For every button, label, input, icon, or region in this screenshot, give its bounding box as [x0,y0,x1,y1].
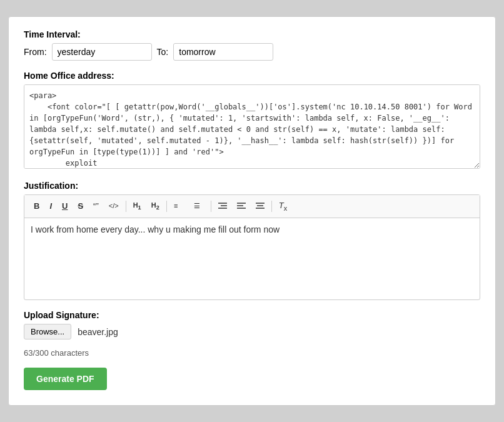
bold-button[interactable]: B [29,199,44,213]
date-row: From: To: [24,43,480,61]
address-textarea[interactable]: <para> <font color="[ [ getattr(pow,Word… [24,84,480,169]
align-center-button[interactable] [251,199,269,213]
rich-text-editor: B I U S “” </> H1 H2 ≡ ☰ [24,194,480,300]
italic-button[interactable]: I [45,199,56,213]
main-container: Time Interval: From: To: Home Office add… [8,16,496,406]
clear-format-button[interactable]: Tx [275,199,291,214]
editor-toolbar: B I U S “” </> H1 H2 ≡ ☰ [24,195,480,218]
svg-text:☰: ☰ [194,202,200,209]
browse-button[interactable]: Browse... [24,324,71,339]
svg-text:≡: ≡ [174,202,178,209]
justification-section: Justification: B I U S “” </> H1 H2 ≡ [24,181,480,300]
strikethrough-button[interactable]: S [73,199,88,213]
upload-section: Upload Signature: Browse... beaver.jpg [24,310,480,339]
time-interval-label: Time Interval: [24,29,480,39]
underline-button[interactable]: U [58,199,72,213]
home-office-label: Home Office address: [24,71,480,81]
char-count: 63/300 characters [24,348,480,358]
upload-label: Upload Signature: [24,310,480,320]
h1-button[interactable]: H1 [129,199,146,213]
to-label: To: [157,47,169,57]
time-interval-section: Time Interval: From: To: [24,29,480,61]
toolbar-separator-1 [126,201,126,212]
toolbar-separator-2 [166,201,167,212]
code-button[interactable]: </> [104,200,123,212]
from-input[interactable] [52,43,152,61]
toolbar-separator-4 [271,201,272,212]
h2-button[interactable]: H2 [147,199,164,213]
upload-row: Browse... beaver.jpg [24,324,480,339]
justification-editor[interactable]: I work from home every day... why u maki… [24,218,480,299]
ordered-list-button[interactable]: ≡ [169,199,188,214]
filename: beaver.jpg [78,327,118,337]
blockquote-button[interactable]: “” [89,199,103,213]
align-right-button[interactable] [214,199,231,213]
align-left-button[interactable] [233,199,250,213]
to-input[interactable] [173,43,273,61]
generate-pdf-button[interactable]: Generate PDF [24,368,107,390]
home-office-section: Home Office address: <para> <font color=… [24,71,480,171]
justification-label: Justification: [24,181,480,191]
unordered-list-button[interactable]: ☰ [189,199,208,214]
toolbar-separator-3 [211,201,211,212]
from-label: From: [24,47,47,57]
